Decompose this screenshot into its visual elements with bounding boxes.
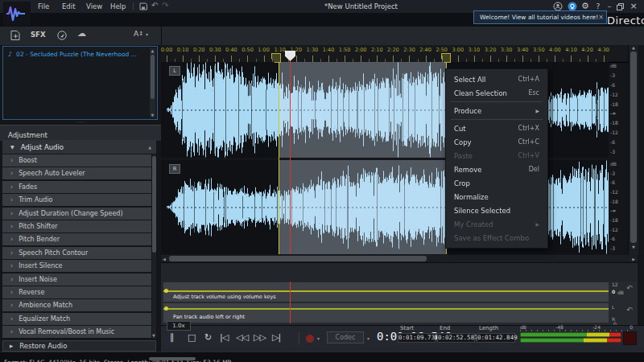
codec-button[interactable]: Codec: [327, 331, 364, 343]
context-menu-item[interactable]: RemoveDel: [446, 162, 547, 176]
restore-button[interactable]: [617, 3, 624, 10]
playhead-line[interactable]: [290, 61, 291, 254]
sort-button[interactable]: A ↕ ▾: [134, 30, 148, 38]
adjustment-item[interactable]: ›Speech Pitch Contour: [2, 247, 151, 259]
codec-dropdown-icon[interactable]: ▾: [367, 335, 369, 341]
adjustment-item[interactable]: ›Reverse: [2, 286, 151, 298]
rewind-button[interactable]: ◁◁: [236, 331, 248, 344]
pan-lane[interactable]: Pan track audio left or right: [163, 303, 609, 323]
adjustment-item[interactable]: ›Insert Noise: [2, 274, 151, 286]
adjustment-item[interactable]: ›Insert Silence: [2, 260, 151, 272]
welcome-tooltip: Welcome! View all tutorial videos here! …: [473, 10, 607, 24]
context-menu-item[interactable]: Crop: [446, 176, 547, 190]
scrollbar-thumb[interactable]: [151, 55, 155, 99]
undo-icon[interactable]: ↶: [151, 1, 158, 10]
adjustment-item[interactable]: ›Equalizer Match: [2, 313, 151, 325]
save-icon[interactable]: [139, 2, 147, 10]
record-dropdown-icon[interactable]: ▾: [317, 335, 320, 341]
scroll-down-icon[interactable]: ▼: [150, 113, 155, 117]
scrollbar-thumb[interactable]: [152, 156, 156, 253]
effects-library-icon[interactable]: [56, 30, 68, 41]
menu-help[interactable]: Help: [103, 0, 133, 13]
length-time-field[interactable]: 0:01:42.849: [477, 333, 515, 343]
ruler-label: 0:20: [193, 47, 205, 53]
scrollbar-thumb[interactable]: [630, 51, 637, 243]
pan-keyframe-dot[interactable]: [164, 306, 168, 311]
context-menu-item[interactable]: Silence Selected: [446, 204, 547, 217]
context-menu-item[interactable]: Normalize: [446, 190, 547, 204]
tooltip-close-icon[interactable]: ×: [598, 14, 604, 21]
file-format-info: Format: FLAC, 44100Hz, 16-bits, Stereo, …: [4, 357, 232, 362]
menu-item-label: Copy: [454, 138, 472, 146]
welcome-tooltip-text: Welcome! View all tutorial videos here!: [480, 14, 598, 21]
adjustment-item[interactable]: ›Pitch Bender: [2, 233, 151, 245]
volume-reset-icon[interactable]: ↶: [626, 284, 633, 292]
adjustment-item[interactable]: ›Trim Audio: [2, 194, 151, 206]
scroll-up-icon[interactable]: ▲: [148, 145, 151, 150]
db-scale-label: -∞: [610, 208, 626, 213]
volume-keyframe-line[interactable]: [163, 290, 609, 292]
menu-file[interactable]: File: [31, 0, 56, 13]
horizontal-scrollbar[interactable]: ◀ ▶: [161, 255, 638, 262]
tracklist-scrollbar[interactable]: ▲ ▼: [150, 48, 155, 117]
db-scale-label: -18: [610, 200, 626, 204]
volume-lane[interactable]: Adjust track volume using volume keys: [163, 282, 609, 302]
loop-button[interactable]: ↻: [204, 331, 211, 344]
vertical-scrollbar[interactable]: ▲ ▼: [628, 45, 638, 255]
stop-button[interactable]: □: [188, 331, 195, 344]
scroll-left-icon[interactable]: ◀: [163, 257, 166, 261]
pan-reset-icon[interactable]: ↶: [626, 306, 633, 314]
pan-scale-left: L: [612, 304, 614, 310]
db-scale-label: -3: [610, 171, 626, 176]
app-brand: Director: [607, 14, 644, 27]
scroll-right-icon[interactable]: ▶: [632, 257, 635, 261]
resize-handle[interactable]: [149, 357, 196, 360]
import-media-icon[interactable]: [10, 30, 21, 41]
adjustment-item[interactable]: ›Boost: [2, 154, 151, 167]
ruler-label: 0:50: [242, 47, 254, 53]
db-scale-label: -18: [610, 102, 626, 107]
volume-keyframe-dot[interactable]: [164, 289, 168, 293]
start-time-field[interactable]: 0:01:09.738: [398, 333, 436, 343]
end-time-field[interactable]: 0:02:52.587: [437, 333, 475, 343]
pause-button[interactable]: ∥: [170, 331, 174, 344]
close-button[interactable]: ×: [628, 0, 639, 13]
chevron-right-icon: ›: [10, 289, 13, 296]
adjustment-scrollbar[interactable]: ▼: [152, 154, 156, 339]
list-item[interactable]: ♪ 02 - Secluded Puzzle (The Neverhood ..…: [8, 51, 152, 58]
pan-keyframe-line[interactable]: [163, 308, 609, 310]
adjustment-item[interactable]: ›Vocal Removal/Boost in Music: [2, 326, 151, 338]
submenu-arrow-icon: ▶: [535, 108, 539, 113]
adjustment-item[interactable]: ›Adjust Duration (Change Speed): [2, 208, 151, 220]
db-scale-label: -18: [610, 121, 626, 125]
adjustment-item[interactable]: ›Fades: [2, 181, 151, 193]
context-menu-item[interactable]: Select AllCtrl+A: [446, 72, 547, 86]
divider: [133, 2, 134, 10]
playback-speed-badge[interactable]: 1.0x: [167, 321, 191, 331]
context-menu-item[interactable]: CopyCtrl+C: [446, 135, 547, 149]
sfx-button[interactable]: SFX: [31, 31, 45, 39]
redo-icon[interactable]: ↷: [162, 1, 168, 10]
restore-audio-section[interactable]: ▶ Restore Audio: [2, 340, 156, 352]
cloud-icon[interactable]: ☁: [77, 28, 86, 39]
context-menu-item[interactable]: CutCtrl+X: [446, 121, 547, 135]
timeline-ruler[interactable]: 0:000:100:200:300:400:501:001:101:201:30…: [161, 45, 638, 63]
menu-item-label: Clean Selection: [454, 89, 507, 97]
adjustment-item[interactable]: ›Speech Auto Leveler: [2, 167, 151, 179]
adjustment-item[interactable]: ›Ambience Match: [2, 299, 151, 311]
scroll-down-icon[interactable]: ▼: [629, 245, 638, 249]
next-button[interactable]: ▷|: [272, 331, 280, 344]
forward-button[interactable]: ▷▷: [254, 331, 266, 344]
adjustment-item[interactable]: ›Pitch Shifter: [2, 220, 151, 232]
scroll-up-icon[interactable]: ▲: [150, 48, 155, 53]
clip-indicator[interactable]: [623, 331, 637, 345]
scrollbar-thumb[interactable]: [169, 256, 427, 261]
context-menu-item[interactable]: Clean SelectionEsc: [446, 86, 547, 100]
scroll-down-icon[interactable]: ▼: [152, 333, 155, 338]
scroll-up-icon[interactable]: ▲: [629, 45, 638, 50]
prev-button[interactable]: |◁: [220, 331, 228, 344]
adjustment-item-label: Boost: [19, 157, 37, 164]
adjust-audio-section[interactable]: ▼ Adjust Audio ▲: [2, 140, 156, 154]
record-button[interactable]: [306, 335, 314, 343]
context-menu-item[interactable]: Produce▶: [446, 104, 547, 117]
